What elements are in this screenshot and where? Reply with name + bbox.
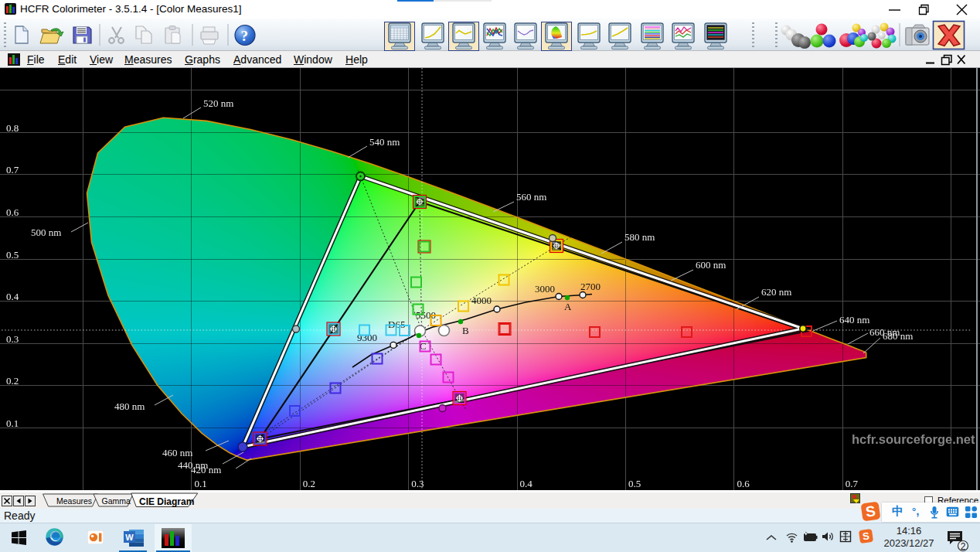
svg-text:W: W bbox=[125, 533, 134, 542]
svg-text:Measures: Measures bbox=[56, 496, 92, 506]
svg-text:CIE Diagram: CIE Diagram bbox=[139, 496, 194, 507]
svg-text:Gamma: Gamma bbox=[102, 496, 131, 506]
svg-text:2: 2 bbox=[961, 541, 966, 552]
